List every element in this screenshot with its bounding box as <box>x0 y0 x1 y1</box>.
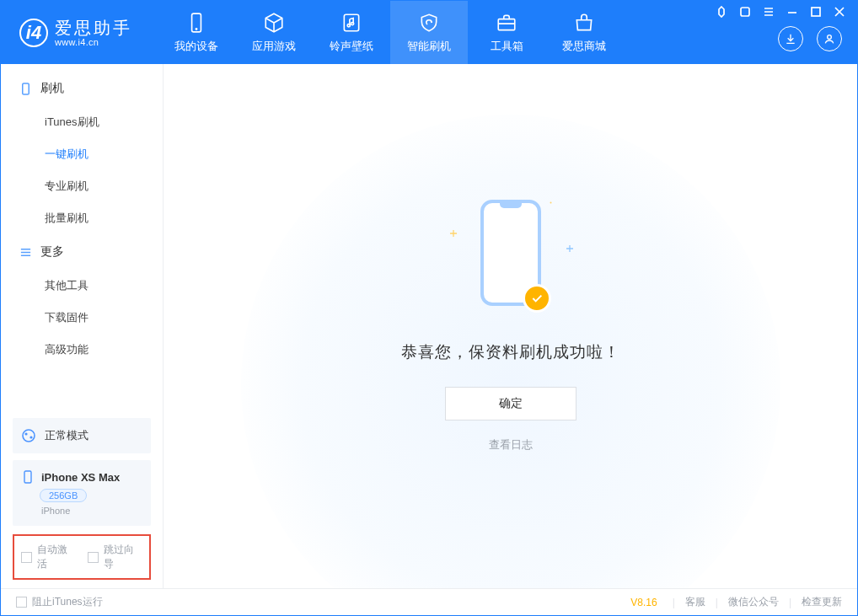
minimize-icon[interactable] <box>786 6 798 18</box>
tab-store[interactable]: 爱思商城 <box>545 1 623 64</box>
phone-icon <box>185 12 207 34</box>
success-message: 恭喜您，保资料刷机成功啦！ <box>401 341 620 363</box>
brand: i4 爱思助手 www.i4.cn <box>19 19 132 47</box>
checkbox-skip-guide[interactable]: 跳过向导 <box>88 543 142 571</box>
svg-point-11 <box>24 432 27 435</box>
sidebar: 刷机 iTunes刷机 一键刷机 专业刷机 批量刷机 更多 其他工具 下载固件 … <box>1 64 164 588</box>
sidebar-item-download-firmware[interactable]: 下载固件 <box>1 302 163 334</box>
maximize-icon[interactable] <box>810 6 822 18</box>
version-label: V8.16 <box>630 597 657 608</box>
footer-link-update[interactable]: 检查更新 <box>802 595 842 609</box>
svg-rect-9 <box>23 83 29 94</box>
checkbox-label: 阻止iTunes运行 <box>32 595 103 609</box>
header-right <box>778 14 842 51</box>
tab-smart-flash[interactable]: 智能刷机 <box>390 1 468 64</box>
svg-rect-0 <box>741 8 749 16</box>
tab-label: 工具箱 <box>491 39 523 54</box>
tab-label: 我的设备 <box>174 39 218 54</box>
device-icon <box>19 83 32 95</box>
refresh-shield-icon <box>418 12 440 34</box>
svg-point-14 <box>550 202 551 204</box>
device-info-box[interactable]: iPhone XS Max 256GB iPhone <box>13 460 151 526</box>
tab-toolbox[interactable]: 工具箱 <box>468 1 545 64</box>
store-icon <box>573 12 595 34</box>
sidebar-item-one-click-flash[interactable]: 一键刷机 <box>1 138 163 170</box>
mode-icon <box>21 428 36 443</box>
device-capacity: 256GB <box>40 489 87 502</box>
flash-options-row: 自动激活 跳过向导 <box>13 534 151 580</box>
svg-point-10 <box>23 430 35 442</box>
tab-my-device[interactable]: 我的设备 <box>158 1 235 64</box>
tab-label: 铃声壁纸 <box>330 39 373 54</box>
status-bar: 阻止iTunes运行 V8.16 | 客服 | 微信公众号 | 检查更新 <box>1 588 857 615</box>
brand-name: 爱思助手 <box>55 19 132 37</box>
footer-link-support[interactable]: 客服 <box>685 595 705 609</box>
tab-label: 爱思商城 <box>562 39 606 54</box>
sparkle-icon <box>450 225 457 232</box>
group-label: 刷机 <box>40 81 64 96</box>
sidebar-item-itunes-flash[interactable]: iTunes刷机 <box>1 106 163 138</box>
checkbox-label: 自动激活 <box>37 543 76 571</box>
svg-rect-13 <box>24 471 31 483</box>
title-bar: i4 爱思助手 www.i4.cn 我的设备 应用游戏 铃声壁纸 智能刷机 <box>1 1 857 64</box>
mode-label: 正常模式 <box>45 428 88 443</box>
account-button[interactable] <box>817 26 842 51</box>
sidebar-item-advanced[interactable]: 高级功能 <box>1 334 163 366</box>
feedback-icon[interactable] <box>716 6 727 18</box>
tab-label: 应用游戏 <box>252 39 296 54</box>
brand-logo-icon: i4 <box>19 19 48 47</box>
svg-point-6 <box>351 22 353 24</box>
cube-icon <box>263 12 285 34</box>
device-name: iPhone XS Max <box>41 471 120 484</box>
menu-icon[interactable] <box>763 6 775 18</box>
svg-point-3 <box>196 28 196 29</box>
tab-label: 智能刷机 <box>407 39 451 54</box>
sparkle-icon <box>566 240 573 247</box>
nav-tabs: 我的设备 应用游戏 铃声壁纸 智能刷机 工具箱 爱思商城 <box>158 1 623 64</box>
window-controls <box>716 6 845 18</box>
sidebar-group-flash[interactable]: 刷机 <box>1 71 163 106</box>
skin-icon[interactable] <box>739 6 751 18</box>
tab-ringtones[interactable]: 铃声壁纸 <box>313 1 390 64</box>
checkmark-badge-icon <box>523 284 551 313</box>
brand-url: www.i4.cn <box>55 37 132 47</box>
footer-link-wechat[interactable]: 微信公众号 <box>728 595 779 609</box>
ok-button[interactable]: 确定 <box>445 387 576 420</box>
svg-point-5 <box>347 24 350 26</box>
device-type: iPhone <box>41 506 142 516</box>
sidebar-item-batch-flash[interactable]: 批量刷机 <box>1 202 163 234</box>
close-icon[interactable] <box>834 6 845 18</box>
download-manager-button[interactable] <box>778 26 803 51</box>
tab-apps-games[interactable]: 应用游戏 <box>235 1 313 64</box>
list-icon <box>19 246 32 259</box>
view-log-link[interactable]: 查看日志 <box>489 437 533 453</box>
phone-small-icon <box>21 470 35 484</box>
sparkle-icon <box>549 193 553 197</box>
svg-rect-1 <box>812 8 820 16</box>
toolbox-icon <box>496 12 517 34</box>
svg-rect-7 <box>498 19 515 29</box>
checkbox-auto-activate[interactable]: 自动激活 <box>21 543 76 571</box>
music-icon <box>341 12 362 34</box>
svg-point-8 <box>828 35 832 39</box>
svg-point-12 <box>29 436 32 438</box>
device-mode-box[interactable]: 正常模式 <box>13 418 151 453</box>
sidebar-item-other-tools[interactable]: 其他工具 <box>1 270 163 302</box>
sidebar-item-pro-flash[interactable]: 专业刷机 <box>1 170 163 202</box>
group-label: 更多 <box>40 244 64 260</box>
checkbox-block-itunes[interactable]: 阻止iTunes运行 <box>16 595 103 609</box>
sidebar-group-more[interactable]: 更多 <box>1 234 163 270</box>
checkbox-label: 跳过向导 <box>104 543 142 571</box>
success-illustration <box>480 200 541 306</box>
main-content: 恭喜您，保资料刷机成功啦！ 确定 查看日志 <box>164 64 857 588</box>
